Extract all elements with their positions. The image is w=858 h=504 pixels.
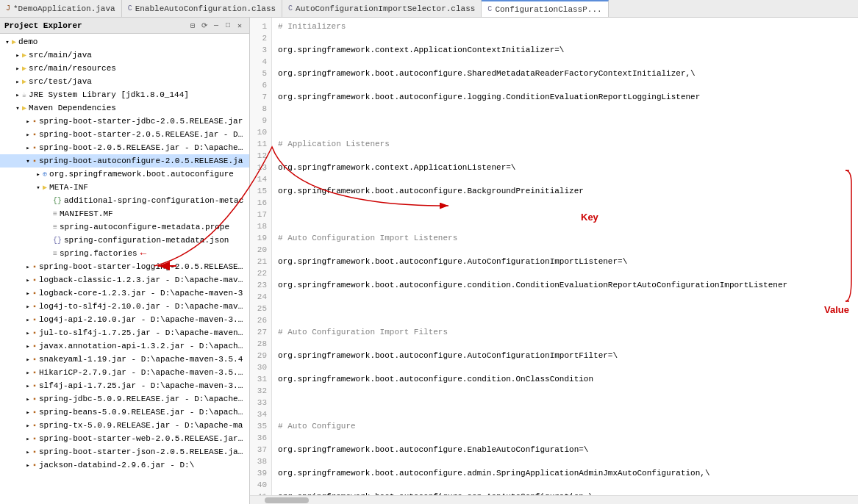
collapse-all-btn[interactable]: ⊟ [187,21,198,31]
line-num-27: 27 [253,326,267,338]
tree-arrow-src-main-java[interactable]: ▸ [13,51,22,60]
main-layout: Project Explorer ⊟ ⟳ — □ ✕ ▾▶demo ▸▶src/… [0,18,858,504]
tree-item-jul-to-slf4j[interactable]: ▸▪jul-to-slf4j-1.7.25.jar - D:\apache-ma… [0,326,249,339]
tree-arrow-spring-boot-autoconfigure[interactable]: ▾ [24,157,32,165]
tree-item-logback-core[interactable]: ▸▪logback-core-1.2.3.jar - D:\apache-mav… [0,287,249,300]
tree-label-spring-boot-starter: spring-boot-starter-2.0.5.RELEASE.jar - … [39,130,246,139]
tree-arrow-javax-annotation[interactable]: ▸ [24,342,32,350]
tree-arrow-jackson-databind[interactable]: ▸ [24,461,32,469]
tree-item-log4j-api[interactable]: ▸▪log4j-api-2.10.0.jar - D:\apache-maven… [0,313,249,326]
tree-arrow-spring-boot-starter-json[interactable]: ▸ [24,448,32,456]
tab-auto-import-selector[interactable]: CAutoConfigurationImportSelector.class [282,0,482,17]
tab-icon-enable-auto: C [128,4,132,12]
line-num-26: 26 [253,314,267,326]
sync-btn[interactable]: ⟳ [199,21,210,31]
tab-config-class[interactable]: CConfigurationClassP... [482,0,608,17]
tree-item-spring-boot-starter[interactable]: ▸▪spring-boot-starter-2.0.5.RELEASE.jar … [0,128,249,141]
value-annotation: Value [824,304,849,316]
tree-item-spring-beans[interactable]: ▸▪spring-beans-5.0.9.RELEASE.jar - D:\ap… [0,406,249,419]
minimize-btn[interactable]: — [211,21,221,31]
tree-icon-src-main-java: ▶ [22,51,26,60]
tree-arrow-logback-core[interactable]: ▸ [24,289,32,298]
close-btn[interactable]: ✕ [235,21,245,31]
tree-item-spring-boot-starter-logging[interactable]: ▸▪spring-boot-starter-logging-2.0.5.RELE… [0,260,249,273]
tree-arrow-spring-beans[interactable]: ▸ [24,408,32,417]
tree-indent [0,236,44,245]
scrollbar-thumb[interactable] [265,497,309,503]
tree-arrow-spring-boot-starter-web[interactable]: ▸ [24,435,32,443]
line-num-4: 4 [253,56,267,68]
tree-container[interactable]: ▾▶demo ▸▶src/main/java ▸▶src/main/resour… [0,34,249,504]
tree-item-src-main-resources[interactable]: ▸▶src/main/resources [0,62,249,75]
tree-item-manifest[interactable]: ≡MANIFEST.MF [0,207,249,220]
tree-item-snakeyaml[interactable]: ▸▪snakeyaml-1.19.jar - D:\apache-maven-3… [0,353,249,366]
tree-item-hikaricp[interactable]: ▸▪HikariCP-2.7.9.jar - D:\apache-maven-3… [0,366,249,379]
tree-item-spring-jdbc[interactable]: ▸▪spring-jdbc-5.0.9.RELEASE.jar - D:\apa… [0,392,249,406]
tree-arrow-spring-boot-starter[interactable]: ▸ [24,131,32,139]
tree-item-slf4j-api[interactable]: ▸▪slf4j-api-1.7.25.jar - D:\apache-maven… [0,379,249,392]
tree-arrow-spring-jdbc[interactable]: ▸ [24,395,32,403]
tree-icon-spring-boot-starter-json: ▪ [32,448,37,456]
tree-arrow-src-main-resources[interactable]: ▸ [13,65,22,73]
tree-arrow-logback-classic[interactable]: ▸ [24,276,32,284]
tree-item-logback-classic[interactable]: ▸▪logback-classic-1.2.3.jar - D:\apache-… [0,273,249,287]
code-area[interactable]: 1234567891011121314151617181920212223242… [250,18,858,495]
tab-enable-auto[interactable]: CEnableAutoConfiguration.class [122,0,282,17]
tree-item-maven-deps[interactable]: ▾▶Maven Dependencies [0,101,249,115]
tree-item-src-main-java[interactable]: ▸▶src/main/java [0,48,249,62]
tree-item-spring-autoconfigure-metadata[interactable]: ≡spring-autoconfigure-metadata.prope [0,220,249,234]
tree-arrow-spring-boot-starter-jdbc[interactable]: ▸ [24,118,32,126]
tree-icon-jre-system: ☕ [22,90,26,99]
tree-icon-src-main-resources: ▶ [22,64,26,73]
tree-arrow-src-test-java[interactable]: ▸ [13,78,22,86]
tree-icon-src-test-java: ▶ [22,77,26,86]
tree-arrow-slf4j-api[interactable]: ▸ [24,382,32,390]
tree-item-jre-system[interactable]: ▸☕JRE System Library [jdk1.8.0_144] [0,88,249,101]
tab-icon-demo-app: J [6,4,10,12]
tree-item-org-springframework[interactable]: ▸⊕org.springframework.boot.autoconfigure [0,168,249,181]
tree-label-maven-deps: Maven Dependencies [29,104,116,112]
tree-indent [0,434,24,443]
tree-item-meta-inf[interactable]: ▾▶META-INF [0,181,249,194]
tree-arrow-log4j-to-slf4j[interactable]: ▸ [24,303,32,311]
line-num-38: 38 [253,456,267,467]
tree-label-spring-boot-starter-web: spring-boot-starter-web-2.0.5.RELEASE.ja… [39,434,246,443]
tree-arrow-jul-to-slf4j[interactable]: ▸ [24,329,32,337]
line-num-2: 2 [253,32,267,44]
code-line-6: # Application Listeners [278,138,852,150]
tree-item-additional-spring[interactable]: {}additional-spring-configuration-metac [0,194,249,207]
tree-item-spring-boot-starter-web[interactable]: ▸▪spring-boot-starter-web-2.0.5.RELEASE.… [0,432,249,445]
tree-item-spring-boot-autoconfigure[interactable]: ▾▪spring-boot-autoconfigure-2.0.5.RELEAS… [0,154,249,168]
tree-arrow-log4j-api[interactable]: ▸ [24,316,32,324]
maximize-btn[interactable]: □ [223,21,233,31]
tree-item-spring-boot-starter-json[interactable]: ▸▪spring-boot-starter-json-2.0.5.RELEASE… [0,445,249,458]
tree-item-demo[interactable]: ▾▶demo [0,35,249,48]
code-content: # Initializers org.springframework.conte… [272,18,858,495]
tree-arrow-spring-tx[interactable]: ▸ [24,422,32,430]
tree-item-spring-configuration-metadata[interactable]: {}spring-configuration-metadata.json [0,234,249,247]
line-num-17: 17 [253,209,267,220]
tree-arrow-demo[interactable]: ▾ [3,38,12,46]
tree-item-log4j-to-slf4j[interactable]: ▸▪log4j-to-slf4j-2.10.0.jar - D:\apache-… [0,300,249,313]
tree-item-spring-boot[interactable]: ▸▪spring-boot-2.0.5.RELEASE.jar - D:\apa… [0,141,249,154]
tree-arrow-hikaricp[interactable]: ▸ [24,369,32,377]
tree-item-spring-boot-starter-jdbc[interactable]: ▸▪spring-boot-starter-jdbc-2.0.5.RELEASE… [0,115,249,128]
tree-icon-spring-boot-starter-jdbc: ▪ [32,118,37,126]
tree-arrow-meta-inf[interactable]: ▾ [34,184,43,192]
bottom-scrollbar[interactable] [250,495,858,504]
tab-demo-app[interactable]: J*DemoApplication.java [0,0,122,17]
tree-arrow-org-springframework[interactable]: ▸ [34,170,43,179]
tree-arrow-snakeyaml[interactable]: ▸ [24,356,32,364]
tree-arrow-maven-deps[interactable]: ▾ [13,104,22,112]
tree-item-javax-annotation[interactable]: ▸▪javax.annotation-api-1.3.2.jar - D:\ap… [0,339,249,353]
line-num-24: 24 [253,291,267,303]
tree-item-spring-factories[interactable]: ≡spring.factories← [0,247,249,260]
tree-arrow-spring-boot-starter-logging[interactable]: ▸ [24,263,32,271]
tree-item-src-test-java[interactable]: ▸▶src/test/java [0,75,249,88]
tree-icon-hikaricp: ▪ [32,369,37,377]
tree-item-jackson-databind[interactable]: ▸▪jackson-databind-2.9.6.jar - D:\ [0,458,249,472]
tree-label-spring-tx: spring-tx-5.0.9.RELEASE.jar - D:\apache-… [39,421,243,430]
tree-arrow-jre-system[interactable]: ▸ [13,91,22,99]
tree-arrow-spring-boot[interactable]: ▸ [24,144,32,152]
tree-item-spring-tx[interactable]: ▸▪spring-tx-5.0.9.RELEASE.jar - D:\apach… [0,419,249,432]
